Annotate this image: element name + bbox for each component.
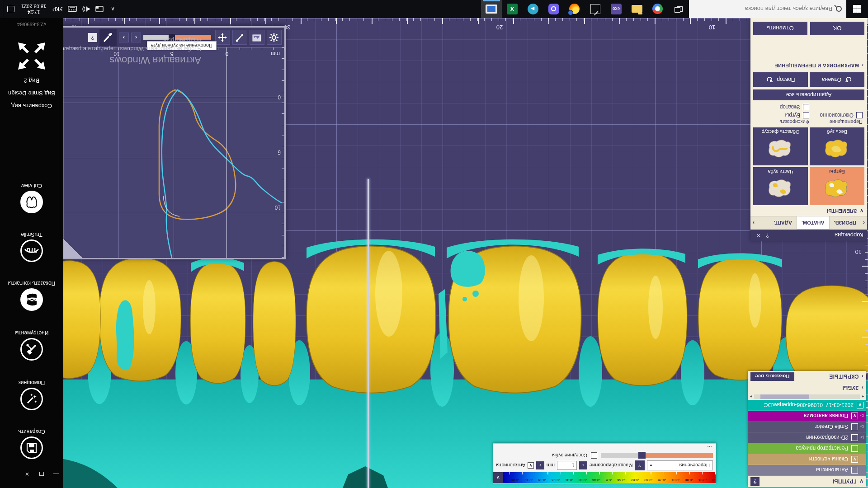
language-indicator[interactable]: УКР xyxy=(51,6,65,12)
close-button[interactable]: ✕ xyxy=(23,470,32,478)
cusps-checkbox[interactable] xyxy=(803,112,809,118)
sidebar-smile-design-view-button[interactable]: Вид Smile Design xyxy=(0,90,63,97)
undo-button[interactable]: ↺ Отмена xyxy=(810,72,864,87)
taskbar-screen-connect[interactable] xyxy=(585,0,606,18)
element-cusps-button[interactable]: Бугры xyxy=(810,167,864,205)
taskbar-exocad[interactable]: exo xyxy=(606,0,627,18)
arch-prev-button[interactable]: ‹ xyxy=(131,33,141,42)
volume-icon[interactable] xyxy=(80,0,92,18)
checkbox-checked[interactable]: ∨ xyxy=(857,402,863,408)
pen-tool-icon[interactable] xyxy=(232,30,247,45)
help-icon[interactable]: ? xyxy=(763,232,772,239)
gear-icon[interactable] xyxy=(267,30,282,45)
tab-adapt[interactable]: АДАПТ. xyxy=(769,216,797,230)
scroll-right-icon[interactable]: ► xyxy=(748,395,754,399)
group-row-antagonists[interactable]: Антагонисты xyxy=(748,465,866,476)
checkbox[interactable] xyxy=(851,423,858,430)
search-input[interactable] xyxy=(706,6,832,13)
taskbar-search[interactable] xyxy=(689,0,846,18)
restore-button[interactable] xyxy=(37,470,46,478)
taskbar-browser-profile[interactable] xyxy=(564,0,585,18)
checkbox-checked[interactable]: ∨ xyxy=(851,456,858,463)
arch-next-button[interactable]: › xyxy=(119,33,129,42)
resize-grip[interactable] xyxy=(62,237,83,258)
adapt-all-button[interactable]: Адаптировать все xyxy=(753,89,864,100)
group-row-jaw-scans[interactable]: ∨ Сканы челюсти xyxy=(748,454,866,465)
cancel-button[interactable]: Отменить xyxy=(753,22,807,35)
taskbar-clock[interactable]: 17:24 18.03.2021 xyxy=(19,3,49,15)
slider-thumb[interactable] xyxy=(169,34,175,41)
taskbar-media-player[interactable]: ▶ xyxy=(523,0,543,18)
sidebar-save-button[interactable]: Сохранить xyxy=(0,428,63,459)
element-whole-tooth-button[interactable]: Весь зуб xyxy=(810,127,864,165)
taskbar-total-commander[interactable] xyxy=(627,0,647,18)
checkbox[interactable] xyxy=(851,467,858,474)
elements-section-header[interactable]: ∨ ЭЛЕМЕНТЫ xyxy=(750,206,867,216)
scroll-left-icon[interactable]: ◄ xyxy=(860,395,866,399)
tabs-prev-arrow[interactable]: ‹ xyxy=(861,216,867,230)
group-row-2d-images[interactable]: ▷ 2D-изображения xyxy=(748,432,866,443)
tabs-next-arrow[interactable]: › xyxy=(750,216,757,230)
minimize-button[interactable]: — xyxy=(52,470,61,478)
hidden-section-header[interactable]: › СКРЫТЫЕ Показать все xyxy=(748,371,866,382)
group-row-upperjaw-scan[interactable]: ∨ 2021-03-17_01096-006-upperjaw.DC xyxy=(748,400,866,411)
sidebar-fit-view-button[interactable] xyxy=(0,37,63,73)
element-fissure-area-button[interactable]: Область фиссур xyxy=(753,127,808,165)
taskbar-dentalcad-active[interactable] xyxy=(481,0,502,18)
checkbox[interactable] xyxy=(851,434,858,441)
marking-section-header[interactable]: › МАРКИРОВКА И ПЕРЕМЕЩЕНИЕ xyxy=(750,61,867,70)
groups-help-button[interactable]: ? xyxy=(750,477,760,486)
taskbar-viber[interactable] xyxy=(543,0,564,18)
taskbar-chrome[interactable] xyxy=(647,0,668,18)
intersections-dropdown[interactable]: Пересечения ▾ xyxy=(647,460,713,470)
section-plane-line[interactable] xyxy=(368,179,369,488)
scrollbar-thumb[interactable] xyxy=(760,394,809,399)
group-row-bite-registration[interactable]: Регистратор прикуса xyxy=(748,443,866,454)
neighbors-checkbox[interactable] xyxy=(591,452,597,459)
section-help-button[interactable]: ? xyxy=(88,33,97,42)
sidebar-view2-button[interactable]: Вид 2 xyxy=(0,77,63,84)
step-up-button[interactable]: › xyxy=(536,461,544,469)
tab-proizv[interactable]: ПРОИЗВ. xyxy=(830,216,861,230)
brush-tool-icon[interactable] xyxy=(99,29,117,46)
redo-button[interactable]: Повтор ↻ xyxy=(753,72,808,87)
teeth-section-header[interactable]: › ЗУБЫ xyxy=(748,382,866,394)
ok-button[interactable]: OK xyxy=(810,22,864,35)
expander-icon[interactable]: ▷ xyxy=(858,425,863,429)
taskbar-excel[interactable]: X xyxy=(502,0,523,18)
slider-thumb[interactable] xyxy=(638,452,646,459)
scale-value-input[interactable] xyxy=(557,461,577,470)
sidebar-save-view-button[interactable]: Сохранить вид xyxy=(0,103,63,109)
element-tooth-parts-button[interactable]: Части зуба xyxy=(753,167,808,205)
groups-scrollbar[interactable]: ◄ ► xyxy=(748,394,866,400)
antagonists-checkbox[interactable]: ∨ xyxy=(528,462,534,469)
correction-titlebar[interactable]: Коррекция ? ✕ xyxy=(750,230,867,241)
checkbox-checked[interactable]: ∨ xyxy=(851,413,858,419)
close-icon[interactable]: ✕ xyxy=(754,232,763,239)
group-row-full-anatomy[interactable]: ▷ ∨ Полная анатомия xyxy=(748,411,866,422)
tab-anatom[interactable]: АНАТОМ. xyxy=(797,216,830,230)
sidebar-tools-button[interactable]: Инструменты xyxy=(0,330,63,361)
groups-header[interactable]: ∨ ГРУППЫ ? xyxy=(748,476,866,487)
show-all-button[interactable]: Показать все xyxy=(750,372,794,381)
arch-position-slider[interactable] xyxy=(143,35,211,40)
collapse-chevron-icon[interactable]: ∨ xyxy=(493,472,503,483)
image-layer-icon[interactable] xyxy=(250,30,264,45)
tablet-mode-icon[interactable] xyxy=(94,0,105,18)
tray-expand-icon[interactable]: ∧ xyxy=(107,0,119,18)
start-button[interactable] xyxy=(846,0,868,18)
transparency-slider[interactable] xyxy=(601,453,713,458)
group-row-smile-creator[interactable]: ▷ Smile Creator xyxy=(748,422,866,432)
checkbox[interactable] xyxy=(851,445,858,452)
sidebar-trusmile-button[interactable]: Tru TruSmile xyxy=(0,231,63,262)
sidebar-show-contacts-button[interactable]: Показать контакты xyxy=(0,280,63,311)
step-down-button[interactable]: ‹ xyxy=(579,461,587,469)
occlusal-checkbox[interactable] xyxy=(856,112,863,118)
sidebar-cut-view-button[interactable]: Cut view xyxy=(0,183,63,213)
task-view-button[interactable] xyxy=(668,0,689,18)
show-desktop-button[interactable] xyxy=(1,0,3,18)
equator-checkbox[interactable] xyxy=(803,104,809,110)
touch-keyboard-icon[interactable] xyxy=(66,0,78,18)
intersections-help-button[interactable]: ? xyxy=(635,460,645,470)
cross-section-plot[interactable]: 10 5 0 mm 0 5 10 xyxy=(62,47,284,258)
